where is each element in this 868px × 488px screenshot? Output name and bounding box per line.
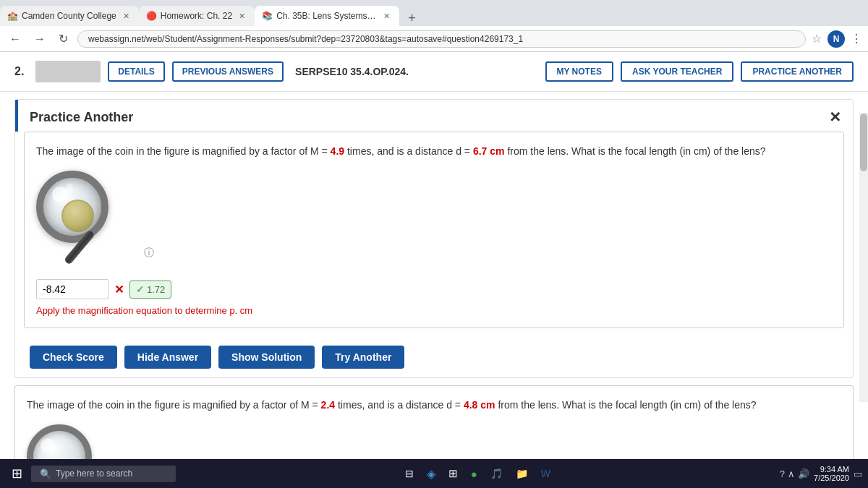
problem-2-m-value: 2.4 [321, 399, 335, 411]
expand-tray-icon[interactable]: ∧ [788, 468, 795, 479]
apps-icon[interactable]: ⊞ [444, 464, 462, 483]
show-desktop-icon[interactable]: ▭ [854, 468, 862, 479]
taskbar-search-label: Type here to search [56, 468, 132, 479]
info-icon[interactable]: ⓘ [144, 247, 154, 260]
tab-title-camden: Camden County College [22, 11, 116, 21]
tab-homework[interactable]: 🔴 Homework: Ch. 22 ✕ [139, 6, 255, 26]
try-another-button[interactable]: Try Another [322, 346, 404, 369]
problem-id: SERPSE10 35.4.OP.024. [295, 66, 537, 77]
my-notes-button[interactable]: MY NOTES [545, 61, 613, 82]
back-button[interactable]: ← [6, 31, 25, 47]
problem-1-d-value: 6.7 cm [473, 145, 505, 157]
folder-icon[interactable]: 📁 [511, 465, 532, 482]
tab-favicon-camden: 🏫 [7, 11, 17, 21]
question-tray-icon[interactable]: ? [780, 468, 785, 479]
details-button[interactable]: DETAILS [108, 61, 164, 82]
taskbar: ⊞ 🔍 Type here to search ⊟ ◈ ⊞ ● 🎵 📁 W ? … [0, 459, 868, 488]
checkmark-icon: ✓ [136, 284, 144, 295]
word-icon[interactable]: W [537, 465, 555, 482]
scrollbar[interactable] [859, 113, 868, 402]
correct-value: 1.72 [147, 284, 165, 295]
problem-2-suffix: from the lens. What is the focal length … [498, 399, 756, 411]
problem-1-middle: times, and is a distance d = [347, 145, 470, 157]
magnifier-reflection2 [67, 184, 73, 195]
taskbar-right: ? ∧ 🔊 9:34 AM 7/25/2020 ▭ [780, 465, 862, 482]
practice-close-button[interactable]: ✕ [829, 108, 841, 126]
problem-1-m-value: 4.9 [331, 145, 344, 157]
taskbar-left: ⊞ 🔍 Type here to search [6, 463, 176, 484]
clock-date: 7/25/2020 [814, 474, 849, 482]
question-bar: 2. DETAILS PREVIOUS ANSWERS SERPSE10 35.… [0, 52, 868, 92]
p2-reflection [41, 438, 55, 453]
hint-text: Apply the magnification equation to dete… [36, 305, 832, 316]
tab-close-camden[interactable]: ✕ [121, 10, 132, 22]
correct-value-badge: ✓ 1.72 [129, 281, 171, 299]
taskbar-search-area[interactable]: 🔍 Type here to search [31, 466, 176, 482]
page-content: 2. DETAILS PREVIOUS ANSWERS SERPSE10 35.… [0, 52, 868, 488]
new-tab-button[interactable]: + [402, 11, 422, 26]
address-input[interactable] [77, 30, 806, 48]
question-image-placeholder [35, 61, 101, 82]
problem-2-middle: times, and is a distance d = [338, 399, 461, 411]
tab-bar: 🏫 Camden County College ✕ 🔴 Homework: Ch… [0, 0, 868, 26]
address-bar: ← → ↻ ☆ N ⋮ [0, 26, 868, 52]
problem-1-suffix: from the lens. What is the focal length … [507, 145, 765, 157]
previous-answers-button[interactable]: PREVIOUS ANSWERS [172, 61, 284, 82]
start-button[interactable]: ⊞ [6, 463, 28, 484]
tab-camden[interactable]: 🏫 Camden County College ✕ [0, 6, 139, 26]
tab-favicon-homework: 🔴 [146, 11, 156, 21]
profile-button[interactable]: N [827, 30, 845, 48]
taskbar-time-display[interactable]: 9:34 AM 7/25/2020 [814, 465, 849, 482]
forward-button[interactable]: → [30, 31, 49, 47]
system-tray: ? ∧ 🔊 [780, 468, 809, 479]
taskbar-center: ⊟ ◈ ⊞ ● 🎵 📁 W [401, 464, 555, 484]
answer-input-row: ✕ ✓ 1.72 [36, 279, 832, 299]
tab-favicon-active: 📚 [262, 11, 272, 21]
task-view-icon[interactable]: ⊟ [401, 465, 418, 482]
problem-1-area: The image of the coin in the figure is m… [24, 132, 844, 328]
show-solution-button[interactable]: Show Solution [218, 346, 315, 369]
problem-1-text: The image of the coin in the figure is m… [36, 144, 832, 159]
action-buttons: Check Score Hide Answer Show Solution Tr… [15, 337, 853, 377]
edge-icon[interactable]: ◈ [422, 464, 440, 484]
coin-inside-lens [61, 200, 94, 232]
ask-teacher-button[interactable]: ASK YOUR TEACHER [621, 61, 733, 82]
hide-answer-button[interactable]: Hide Answer [124, 346, 211, 369]
practice-title: Practice Another [30, 110, 133, 125]
question-number: 2. [14, 65, 24, 78]
profile-initial: N [833, 34, 840, 44]
problem-2-text: The image of the coin in the figure is m… [27, 398, 841, 413]
browser-taskbar-icon[interactable]: ● [467, 465, 482, 483]
scrollbar-thumb[interactable] [860, 114, 867, 171]
tab-active[interactable]: 📚 Ch. 35B: Lens Systems - PHY 202 ✕ [255, 6, 399, 26]
practice-panel: Practice Another ✕ The image of the coin… [14, 99, 854, 378]
search-icon: 🔍 [40, 468, 51, 479]
menu-icon[interactable]: ⋮ [851, 32, 862, 46]
music-icon[interactable]: 🎵 [486, 465, 507, 482]
tab-close-active[interactable]: ✕ [381, 10, 392, 22]
tab-title-homework: Homework: Ch. 22 [161, 11, 232, 21]
magnifier-lens [36, 171, 109, 243]
problem-1-prefix: The image of the coin in the figure is m… [36, 145, 328, 157]
tab-title-active: Ch. 35B: Lens Systems - PHY 202 [276, 11, 377, 21]
incorrect-icon: ✕ [114, 283, 124, 296]
check-score-button[interactable]: Check Score [30, 346, 117, 369]
problem-2-d-value: 4.8 cm [464, 399, 495, 411]
practice-another-button[interactable]: PRACTICE ANOTHER [741, 61, 854, 82]
star-icon[interactable]: ☆ [812, 32, 822, 46]
tab-close-homework[interactable]: ✕ [237, 10, 247, 22]
speaker-icon[interactable]: 🔊 [798, 468, 809, 479]
problem-2-prefix: The image of the coin in the figure is m… [27, 399, 318, 411]
clock-time: 9:34 AM [814, 465, 849, 474]
magnifier-image-area: ⓘ [36, 171, 152, 265]
practice-header: Practice Another ✕ [15, 100, 853, 132]
answer-input[interactable] [36, 279, 109, 299]
refresh-button[interactable]: ↻ [55, 30, 72, 47]
